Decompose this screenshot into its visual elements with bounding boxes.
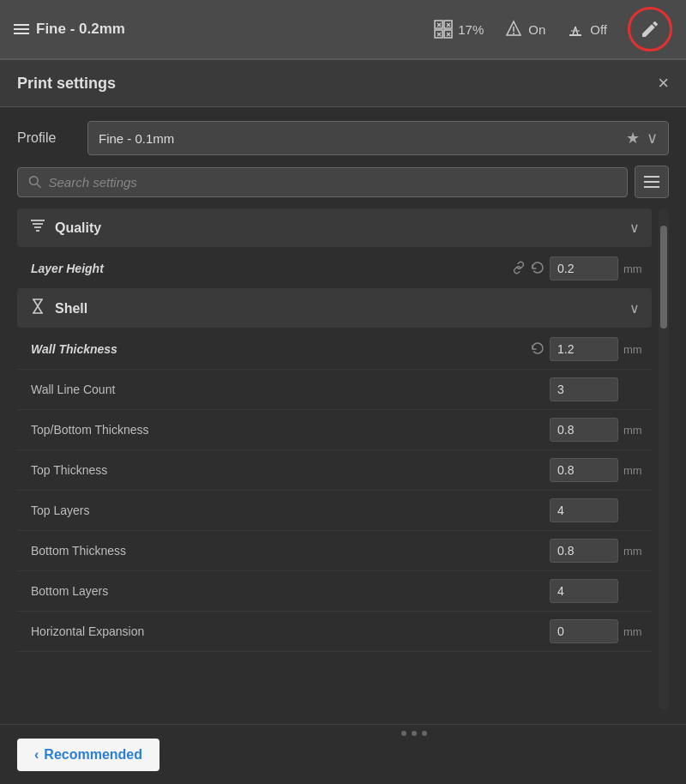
shell-chevron: ∨	[629, 300, 640, 317]
top-bar-title-section: Fine - 0.2mm	[14, 21, 125, 38]
search-wrap	[17, 167, 628, 197]
quality-label: Quality	[55, 220, 101, 236]
filter-menu-button[interactable]	[635, 166, 669, 198]
svg-line-20	[37, 184, 40, 187]
adhesion-icon	[566, 20, 585, 39]
wall-thickness-unit: mm	[623, 343, 645, 356]
horizontal-expansion-unit: mm	[623, 625, 645, 638]
link-icon	[512, 261, 526, 274]
wall-line-count-input[interactable]	[550, 377, 618, 401]
top-thickness-input[interactable]	[550, 458, 618, 482]
edit-button[interactable]	[628, 7, 672, 51]
top-thickness-label: Top Thickness	[31, 463, 550, 477]
profile-select[interactable]: Fine - 0.1mm ★ ∨	[87, 121, 669, 155]
quality-section-header[interactable]: Quality ∨	[17, 208, 652, 247]
pencil-icon	[640, 19, 660, 39]
top-bar: Fine - 0.2mm 17% On	[0, 0, 686, 60]
horizontal-expansion-input[interactable]	[550, 619, 618, 643]
close-button[interactable]: ×	[658, 74, 669, 93]
shell-icon	[29, 298, 46, 319]
scrollbar-thumb[interactable]	[660, 226, 667, 329]
search-row	[17, 166, 669, 198]
quality-icon	[29, 217, 46, 238]
shell-label: Shell	[55, 301, 87, 317]
support-icon	[504, 20, 523, 39]
adhesion-item[interactable]: Off	[566, 20, 607, 39]
top-bottom-thickness-row: Top/Bottom Thickness mm	[17, 410, 652, 450]
search-icon	[28, 175, 41, 189]
shell-section-header[interactable]: Shell ∨	[17, 289, 652, 328]
star-icon: ★	[626, 129, 640, 148]
top-layers-row: Top Layers	[17, 491, 652, 531]
hamburger-icon	[644, 176, 659, 188]
infill-percent: 17%	[458, 22, 484, 37]
dot-1	[401, 731, 406, 736]
filter-icon	[29, 217, 46, 234]
panel-title: Print settings	[17, 75, 116, 93]
recommended-button[interactable]: ‹ Recommended	[17, 739, 159, 771]
dot-3	[422, 731, 427, 736]
horizontal-expansion-label: Horizontal Expansion	[31, 624, 550, 638]
reset-icon-2	[531, 341, 545, 355]
panel-body: Profile Fine - 0.1mm ★ ∨	[0, 107, 686, 724]
top-thickness-unit: mm	[623, 464, 645, 477]
top-bottom-thickness-unit: mm	[623, 424, 645, 437]
wall-thickness-row: Wall Thickness mm	[17, 329, 652, 370]
top-bar-title: Fine - 0.2mm	[36, 21, 125, 38]
bottom-thickness-row: Bottom Thickness mm	[17, 531, 652, 571]
wall-thickness-input[interactable]	[550, 337, 618, 361]
print-settings-panel: Print settings × Profile Fine - 0.1mm ★ …	[0, 60, 686, 784]
horizontal-expansion-row: Horizontal Expansion mm	[17, 612, 652, 652]
menu-icon	[14, 24, 29, 34]
profile-value: Fine - 0.1mm	[99, 131, 174, 146]
dots-indicator	[401, 731, 427, 736]
settings-content: Quality ∨ Layer Height	[17, 208, 669, 710]
profile-chevron-icon: ∨	[647, 129, 658, 148]
top-bottom-thickness-input[interactable]	[550, 418, 618, 442]
panel-header: Print settings ×	[0, 60, 686, 107]
support-label: On	[528, 22, 545, 37]
layer-height-link-icon[interactable]	[512, 261, 526, 277]
layer-height-label: Layer Height	[31, 262, 512, 275]
bottom-layers-row: Bottom Layers	[17, 571, 652, 612]
profile-label: Profile	[17, 130, 77, 146]
wall-line-count-row: Wall Line Count	[17, 370, 652, 410]
top-bottom-thickness-label: Top/Bottom Thickness	[31, 423, 550, 437]
settings-list: Quality ∨ Layer Height	[17, 208, 655, 710]
support-item[interactable]: On	[504, 20, 545, 39]
scrollbar-track[interactable]	[659, 208, 669, 710]
layer-height-unit: mm	[623, 262, 645, 275]
bottom-layers-label: Bottom Layers	[31, 584, 550, 598]
layer-height-reset-icon[interactable]	[531, 261, 545, 277]
top-thickness-row: Top Thickness mm	[17, 450, 652, 491]
search-input[interactable]	[48, 175, 617, 190]
bottom-thickness-unit: mm	[623, 545, 645, 558]
dot-2	[412, 731, 417, 736]
adhesion-label: Off	[590, 22, 607, 37]
infill-icon	[434, 20, 453, 39]
bottom-thickness-input[interactable]	[550, 539, 618, 563]
layer-height-input[interactable]	[550, 256, 618, 280]
wall-thickness-label: Wall Thickness	[31, 342, 531, 356]
layer-height-row: Layer Height	[17, 249, 652, 289]
profile-row: Profile Fine - 0.1mm ★ ∨	[17, 121, 669, 155]
bottom-thickness-label: Bottom Thickness	[31, 544, 550, 558]
recommended-label: Recommended	[44, 747, 142, 763]
hourglass-icon	[29, 298, 46, 315]
reset-icon	[531, 261, 545, 274]
bottom-bar: ‹ Recommended	[0, 724, 686, 784]
wall-thickness-reset-icon[interactable]	[531, 341, 545, 358]
top-layers-label: Top Layers	[31, 504, 550, 517]
recommended-chevron: ‹	[34, 747, 39, 763]
top-layers-input[interactable]	[550, 498, 618, 522]
svg-point-14	[513, 33, 514, 34]
svg-point-19	[29, 177, 38, 185]
infill-item[interactable]: 17%	[434, 20, 484, 39]
quality-chevron: ∨	[629, 220, 640, 236]
bottom-layers-input[interactable]	[550, 579, 618, 603]
wall-line-count-label: Wall Line Count	[31, 383, 550, 396]
